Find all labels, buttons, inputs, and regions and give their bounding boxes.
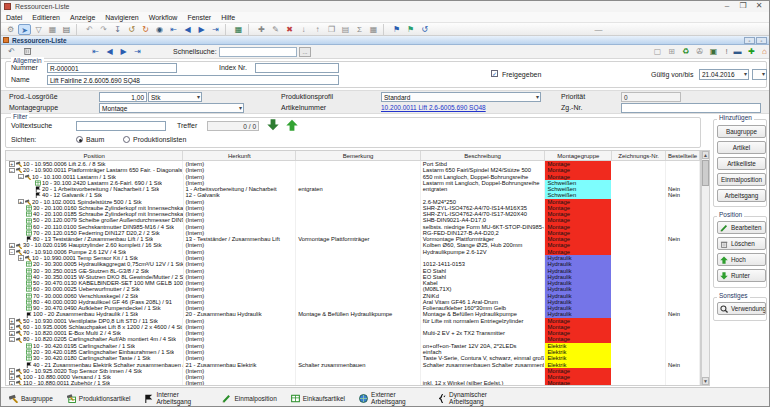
menu-item-anzeige[interactable]: Anzeige bbox=[65, 14, 100, 21]
table-vertical-scrollbar[interactable]: ▲ ▼ bbox=[701, 150, 710, 386]
menu-item-workflow[interactable]: Workflow bbox=[144, 14, 183, 21]
form-icon[interactable]: ▤ bbox=[339, 24, 352, 35]
freigegeben-checkbox[interactable]: ✓ bbox=[491, 70, 498, 77]
undo-icon[interactable]: ↶ bbox=[83, 24, 96, 35]
nav-next-icon[interactable]: ▶ bbox=[195, 24, 208, 35]
tree-expander-collapsed[interactable]: + bbox=[9, 331, 15, 337]
move-up-icon[interactable]: ↑ bbox=[311, 24, 324, 35]
monitor-icon[interactable]: ▬ bbox=[731, 46, 744, 57]
grid-view-icon[interactable]: ▦ bbox=[46, 24, 59, 35]
add-baugruppe-button[interactable]: Baugruppe bbox=[717, 125, 766, 138]
menu-item-fenster[interactable]: Fenster bbox=[182, 14, 216, 21]
add-artikel-button[interactable]: Artikel bbox=[717, 141, 766, 154]
sum-icon[interactable]: Σ bbox=[353, 24, 366, 35]
hoch-button[interactable]: Hoch bbox=[717, 253, 766, 266]
menu-item-navigieren[interactable]: Navigieren bbox=[100, 14, 143, 21]
export-excel-icon[interactable]: ▦ bbox=[232, 24, 245, 35]
split-view-icon[interactable]: ⊞ bbox=[665, 46, 678, 57]
list-icon[interactable]: ▦ bbox=[367, 24, 380, 35]
nummer-field[interactable]: R-000001 bbox=[47, 63, 177, 73]
tree-expander-expanded[interactable]: − bbox=[9, 337, 15, 343]
child-close-button[interactable]: ▫ bbox=[756, 37, 767, 44]
scrollbar-thumb[interactable] bbox=[702, 160, 709, 186]
menu-item-editieren[interactable]: Editieren bbox=[27, 14, 65, 21]
bearbeiten-button[interactable]: Bearbeiten bbox=[717, 221, 766, 234]
move-down-icon[interactable]: ↓ bbox=[297, 24, 310, 35]
nav-prev-icon[interactable]: ◀ bbox=[181, 24, 194, 35]
jump-next-hit-button[interactable] bbox=[267, 119, 279, 131]
tree-expander-collapsed[interactable]: + bbox=[9, 374, 15, 380]
add-plus-icon[interactable]: ✚ bbox=[745, 46, 758, 57]
löschen-button[interactable]: Löschen bbox=[717, 237, 766, 250]
column-header-beschreibung[interactable]: Beschreibung bbox=[421, 151, 546, 160]
nav-next-icon[interactable]: ▶ bbox=[117, 46, 130, 57]
child-restore-button[interactable]: ▫ bbox=[744, 37, 755, 44]
redo-icon[interactable]: ↷ bbox=[97, 24, 110, 35]
volltextsuche-field[interactable] bbox=[76, 121, 166, 131]
produktionsprofil-combo[interactable]: Standard bbox=[381, 92, 541, 102]
column-header-herkunft[interactable]: Herkunft bbox=[183, 151, 296, 160]
delete-icon[interactable]: ✖ bbox=[283, 24, 296, 35]
recycle-icon[interactable]: ♻ bbox=[679, 46, 692, 57]
gueltig-von-datepicker[interactable]: 21.04.2016 bbox=[699, 69, 749, 80]
radio-baum[interactable] bbox=[76, 136, 83, 143]
home-icon[interactable]: ⌂ bbox=[758, 46, 770, 57]
search-binoculars-icon[interactable]: ◉ bbox=[153, 24, 166, 35]
gueltig-bis-datepicker[interactable] bbox=[752, 69, 767, 80]
table-row[interactable]: +110 - 10.880.0011 Zubehör / 1 Stk(Inter… bbox=[6, 380, 700, 386]
tree-expander-collapsed[interactable]: + bbox=[9, 381, 15, 386]
quicksearch-more-button[interactable]: ... bbox=[299, 47, 311, 57]
add-einmalposition-button[interactable]: Einmalposition bbox=[717, 173, 766, 186]
flag-blue-icon[interactable]: ⚑ bbox=[390, 24, 403, 35]
nav-first-icon[interactable]: ⇤ bbox=[89, 46, 102, 57]
flag-teal-icon[interactable]: ⚑ bbox=[404, 24, 417, 35]
runter-button[interactable]: Runter bbox=[717, 269, 766, 282]
verwendung-button[interactable]: Verwendung bbox=[717, 302, 766, 315]
save-icon[interactable]: ↧ bbox=[111, 24, 124, 35]
nav-prev-icon[interactable]: ◀ bbox=[103, 46, 116, 57]
losgroesse-unit-combo[interactable]: Stk bbox=[148, 92, 202, 102]
scroll-up-arrow[interactable]: ▲ bbox=[702, 151, 709, 159]
select-pointer-icon[interactable]: ➤ bbox=[18, 24, 31, 35]
delete-trash-icon[interactable] bbox=[23, 46, 36, 57]
window-new-icon[interactable]: ❐ bbox=[325, 24, 338, 35]
column-header-montagegruppe[interactable]: Montagegruppe bbox=[545, 151, 612, 160]
lock-icon[interactable]: ▣ bbox=[707, 46, 720, 57]
menu-item-datei[interactable]: Datei bbox=[1, 14, 27, 21]
close-button[interactable]: ✕ bbox=[751, 1, 767, 11]
refresh-icon[interactable]: ↻ bbox=[139, 24, 152, 35]
settings-icon[interactable]: ⚙ bbox=[4, 24, 17, 35]
scroll-down-arrow[interactable]: ▼ bbox=[702, 377, 709, 385]
tree-expander-expanded[interactable]: − bbox=[9, 168, 15, 174]
column-header-bemerkung[interactable]: Bemerkung bbox=[296, 151, 421, 160]
grid-dark-icon[interactable]: ▤ bbox=[60, 24, 73, 35]
new-page-icon[interactable]: ▢ bbox=[651, 46, 664, 57]
revert-icon[interactable]: ↺ bbox=[125, 24, 138, 35]
tree-expander-expanded[interactable]: − bbox=[9, 249, 15, 255]
tree-expander-collapsed[interactable]: + bbox=[18, 255, 24, 261]
add-icon[interactable]: ✚ bbox=[255, 24, 268, 35]
undo-icon[interactable]: ↶ bbox=[5, 46, 18, 57]
radio-produktionslisten-label[interactable]: Produktionslisten bbox=[133, 136, 186, 143]
filter-icon[interactable]: ▽ bbox=[32, 24, 45, 35]
name-field[interactable]: Lift Fairline 2.6.6005.690 SQ48 bbox=[47, 75, 339, 85]
index-nr-field[interactable] bbox=[255, 63, 339, 73]
prioritaet-field[interactable]: 0 bbox=[621, 92, 681, 102]
column-header-position[interactable]: Position bbox=[6, 151, 183, 160]
tree-expander-collapsed[interactable]: + bbox=[9, 324, 15, 330]
add-artikelliste-button[interactable]: Artikelliste bbox=[717, 157, 766, 170]
tree-expander-collapsed[interactable]: + bbox=[9, 161, 15, 167]
add-arbeitsgang-button[interactable]: Arbeitsgang bbox=[717, 189, 766, 202]
nav-last-icon[interactable]: ⇥ bbox=[209, 24, 222, 35]
paperclip-icon[interactable]: ✇ bbox=[693, 46, 706, 57]
column-header-zeichnungs-nr-[interactable]: Zeichnungs-Nr. bbox=[612, 151, 666, 160]
losgroesse-field[interactable]: 1,00 bbox=[99, 92, 147, 102]
tree-expander-collapsed[interactable]: + bbox=[9, 368, 15, 374]
jump-prev-hit-button[interactable] bbox=[286, 119, 298, 131]
minimize-strip-icon[interactable]: — bbox=[592, 24, 605, 35]
quicksearch-input[interactable] bbox=[219, 47, 297, 57]
radio-produktionslisten[interactable] bbox=[123, 136, 130, 143]
tree-expander-collapsed[interactable]: + bbox=[9, 243, 15, 249]
nav-first-icon[interactable]: ⇤ bbox=[167, 24, 180, 35]
minimize-button[interactable]: – bbox=[719, 1, 735, 11]
